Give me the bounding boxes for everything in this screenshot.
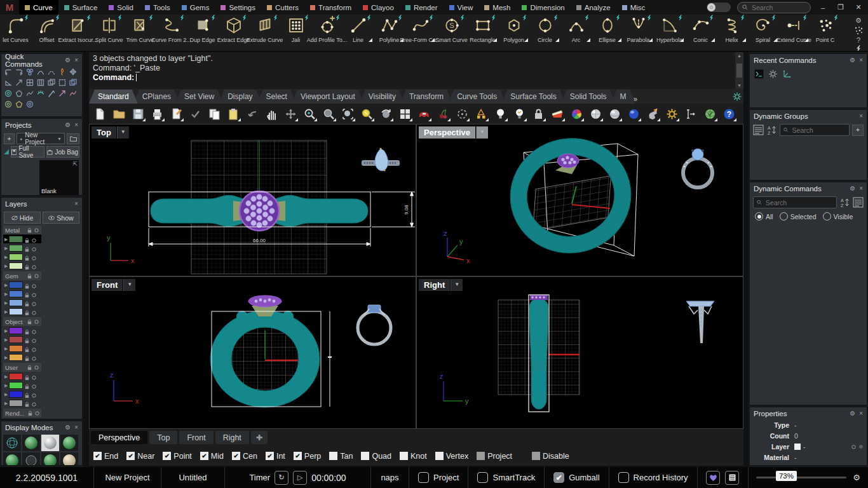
layer-row[interactable]: ▶	[3, 289, 41, 298]
flyout-arrow[interactable]	[676, 118, 679, 121]
scroll-up-icon[interactable]: ▲	[737, 53, 742, 58]
lock-icon[interactable]	[24, 291, 30, 297]
expand-triangle-icon[interactable]: ▶	[4, 292, 8, 296]
quick-command-button[interactable]	[4, 100, 13, 109]
osnap-disable[interactable]: Disable	[532, 452, 569, 461]
quick-command-button[interactable]	[47, 78, 56, 87]
tab-curve-tools[interactable]: Curve Tools	[448, 90, 506, 104]
toggle-record-history[interactable]: Record History	[609, 467, 698, 488]
eye-icon[interactable]	[31, 236, 37, 242]
expand-triangle-icon[interactable]: ▶	[4, 264, 8, 268]
eye-icon[interactable]	[31, 282, 37, 288]
flyout-arrow[interactable]	[333, 118, 336, 121]
add-project-button[interactable]: +	[4, 133, 15, 144]
new-file-button[interactable]	[90, 105, 109, 123]
flyout-arrow[interactable]	[804, 38, 808, 42]
tool-helix[interactable]: Helix	[716, 15, 747, 51]
eye-icon[interactable]	[31, 337, 37, 342]
quick-command-button[interactable]	[58, 67, 67, 76]
move-button[interactable]	[281, 105, 300, 123]
quick-command-button[interactable]	[15, 78, 24, 87]
display-mode-green[interactable]	[22, 435, 40, 451]
tab-cplanes[interactable]: CPlanes	[133, 90, 180, 104]
file-name-cell[interactable]: Untitled	[161, 467, 225, 488]
eye-icon[interactable]	[31, 263, 37, 269]
dynamic-commands-search-input[interactable]	[764, 198, 833, 207]
expand-triangle-icon[interactable]: ▶	[4, 374, 8, 379]
eye-icon[interactable]	[34, 410, 40, 416]
viewport-menu-arrow-icon[interactable]: ▼	[476, 126, 488, 139]
zoom-dot-button[interactable]	[319, 105, 338, 123]
display-mode-beige[interactable]	[60, 452, 78, 466]
lock-icon[interactable]	[27, 365, 32, 370]
osnap-mid[interactable]: ✔Mid	[200, 452, 224, 461]
flyout-arrow[interactable]	[295, 118, 298, 121]
checkbox-icon[interactable]: ✔	[553, 472, 564, 483]
layer-row[interactable]: ▶	[3, 280, 41, 289]
viewport-menu-arrow-icon[interactable]: ▼	[123, 279, 135, 291]
layer-row[interactable]: ▶	[3, 335, 41, 344]
layer-color-swatch[interactable]	[9, 254, 23, 261]
layer-row[interactable]: ▶	[3, 344, 41, 353]
layer-row[interactable]: ▶	[3, 390, 41, 398]
expand-triangle-icon[interactable]: ▶	[4, 309, 8, 314]
panel-close-icon[interactable]: ×	[74, 200, 78, 207]
layer-color-swatch[interactable]	[9, 308, 23, 315]
viewport-tab-perspective[interactable]: Perspective	[91, 431, 147, 444]
layer-group-header[interactable]: Metal	[3, 226, 41, 234]
command-history[interactable]: 3 objects changed to layer "Light". Comm…	[89, 52, 743, 89]
layer-row[interactable]: ▶	[3, 372, 41, 381]
flyout-arrow[interactable]	[657, 118, 660, 121]
layer-row[interactable]: ▶	[3, 307, 41, 316]
checkbox-icon[interactable]	[329, 452, 337, 460]
layer-row[interactable]: ▶	[3, 234, 41, 243]
filter-visible[interactable]: Visible	[823, 212, 853, 220]
menu-mesh[interactable]: Mesh	[478, 0, 516, 15]
cone-blob-button[interactable]	[643, 105, 662, 123]
checkbox-icon[interactable]	[477, 472, 488, 483]
menu-gems[interactable]: Gems	[176, 0, 215, 15]
flyout-arrow[interactable]	[581, 118, 584, 121]
display-mode-wire[interactable]	[3, 435, 21, 451]
quick-command-button[interactable]	[4, 89, 13, 98]
lock-icon[interactable]	[24, 374, 30, 379]
quick-command-button[interactable]	[36, 67, 45, 76]
lock-icon[interactable]	[24, 328, 30, 334]
timer-play-button[interactable]: ▷	[293, 471, 307, 485]
list-view-icon[interactable]	[853, 197, 864, 208]
tab-select[interactable]: Select	[257, 90, 296, 104]
add-group-button[interactable]: +	[852, 125, 864, 136]
flyout-arrow[interactable]	[180, 118, 184, 121]
expand-triangle-icon[interactable]: ▶	[4, 346, 8, 351]
zoom-slider-track[interactable]: 73%	[756, 477, 847, 478]
tab-surface-tools[interactable]: Surface Tools	[501, 90, 566, 104]
zoom-in-button[interactable]	[300, 105, 319, 123]
flyout-arrow[interactable]	[649, 38, 653, 42]
quick-command-button[interactable]	[25, 78, 34, 87]
flyout-arrow[interactable]	[555, 38, 559, 42]
global-search[interactable]	[737, 2, 811, 13]
tool-ellipse[interactable]: Ellipse	[592, 15, 623, 51]
checkbox-icon[interactable]: ✔	[126, 452, 135, 460]
open-project-folder-button[interactable]	[67, 133, 79, 144]
quick-command-button[interactable]	[15, 67, 24, 76]
bulb-button[interactable]	[491, 105, 510, 123]
project-selector[interactable]: ● New Project ▼	[17, 133, 65, 144]
layer-color-swatch[interactable]	[9, 336, 23, 343]
osnap-int[interactable]: ✔Int	[266, 452, 285, 461]
scroll-down-icon[interactable]: ▼	[737, 83, 742, 88]
osnap-knot[interactable]: Knot	[400, 452, 427, 461]
save-button[interactable]	[128, 105, 147, 123]
panel-close-icon[interactable]: ×	[859, 57, 863, 64]
checkbox-icon[interactable]: ✔	[232, 452, 240, 460]
panel-gear-icon[interactable]: ⚙	[850, 185, 855, 192]
quick-command-button[interactable]	[47, 67, 56, 76]
filter-selected[interactable]: Selected	[780, 212, 817, 220]
tool-arc[interactable]: Arc	[560, 15, 592, 51]
menu-misc[interactable]: Misc	[616, 0, 651, 15]
layer-row[interactable]: ▶	[3, 398, 41, 407]
checkbox-icon[interactable]: ✔	[266, 452, 274, 460]
lock-icon[interactable]	[24, 236, 30, 242]
quick-command-button[interactable]	[69, 67, 78, 76]
layer-group-header[interactable]: Gem	[3, 271, 41, 280]
